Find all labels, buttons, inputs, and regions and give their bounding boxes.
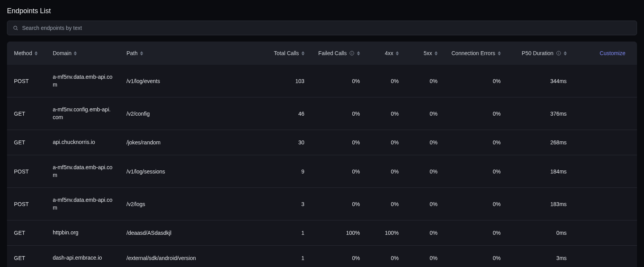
col-4xx[interactable]: 4xx bbox=[367, 42, 406, 65]
cell-4xx: 0% bbox=[367, 65, 406, 97]
svg-marker-20 bbox=[498, 54, 501, 55]
svg-marker-15 bbox=[396, 51, 399, 53]
cell-empty bbox=[574, 220, 637, 246]
svg-marker-24 bbox=[564, 51, 567, 53]
cell-conn: 0% bbox=[445, 220, 508, 246]
svg-marker-16 bbox=[396, 54, 399, 55]
table-row[interactable]: POST a-mf5nv.data.emb-api.com /v2/logs 3… bbox=[7, 188, 637, 220]
cell-4xx: 0% bbox=[367, 245, 406, 267]
cell-5xx: 0% bbox=[406, 97, 445, 130]
col-connection-errors[interactable]: Connection Errors bbox=[445, 42, 508, 65]
cell-method: POST bbox=[7, 188, 46, 220]
cell-5xx: 0% bbox=[406, 65, 445, 97]
cell-path: /deaasd/ASdasdkjl bbox=[119, 220, 267, 246]
cell-method: GET bbox=[7, 130, 46, 155]
col-customize: Customize bbox=[574, 42, 637, 65]
cell-p50: 183ms bbox=[508, 188, 574, 220]
cell-failed: 0% bbox=[312, 155, 367, 187]
sort-icon[interactable] bbox=[435, 51, 438, 55]
col-p50-duration[interactable]: P50 Duration bbox=[508, 42, 574, 65]
sort-icon[interactable] bbox=[564, 51, 567, 55]
cell-4xx: 0% bbox=[367, 155, 406, 187]
table-row[interactable]: POST a-mf5nv.data.emb-api.com /v1/log/se… bbox=[7, 155, 637, 187]
page-title: Endpoints List bbox=[7, 7, 637, 15]
cell-empty bbox=[574, 155, 637, 187]
search-box[interactable] bbox=[7, 21, 637, 35]
col-4xx-label: 4xx bbox=[385, 50, 393, 56]
svg-marker-5 bbox=[74, 54, 77, 55]
col-total-calls[interactable]: Total Calls bbox=[267, 42, 312, 65]
sort-icon[interactable] bbox=[140, 51, 143, 55]
svg-marker-2 bbox=[35, 51, 38, 53]
svg-marker-17 bbox=[435, 51, 438, 53]
table-row[interactable]: GET api.chucknorris.io /jokes/random 30 … bbox=[7, 130, 637, 155]
cell-path: /v2/config bbox=[119, 97, 267, 130]
sort-icon[interactable] bbox=[35, 51, 38, 55]
cell-conn: 0% bbox=[445, 155, 508, 187]
col-path[interactable]: Path bbox=[119, 42, 267, 65]
cell-total: 1 bbox=[267, 245, 312, 267]
sort-icon[interactable] bbox=[301, 51, 305, 55]
info-icon[interactable] bbox=[349, 50, 355, 56]
table-row[interactable]: GET dash-api.embrace.io /external/sdk/an… bbox=[7, 245, 637, 267]
cell-p50: 344ms bbox=[508, 65, 574, 97]
cell-domain: httpbin.org bbox=[46, 220, 119, 246]
svg-marker-13 bbox=[357, 51, 360, 53]
cell-total: 30 bbox=[267, 130, 312, 155]
cell-failed: 0% bbox=[312, 188, 367, 220]
col-total-calls-label: Total Calls bbox=[274, 50, 299, 56]
cell-path: /external/sdk/android/version bbox=[119, 245, 267, 267]
sort-icon[interactable] bbox=[357, 51, 360, 55]
cell-4xx: 0% bbox=[367, 130, 406, 155]
cell-domain: a-mf5nv.data.emb-api.com bbox=[46, 188, 119, 220]
info-icon[interactable] bbox=[556, 50, 561, 56]
cell-conn: 0% bbox=[445, 97, 508, 130]
customize-button[interactable]: Customize bbox=[600, 50, 625, 56]
cell-domain: api.chucknorris.io bbox=[46, 130, 119, 155]
cell-conn: 0% bbox=[445, 188, 508, 220]
cell-p50: 376ms bbox=[508, 97, 574, 130]
cell-failed: 0% bbox=[312, 130, 367, 155]
svg-line-1 bbox=[17, 29, 18, 30]
cell-total: 1 bbox=[267, 220, 312, 246]
svg-marker-6 bbox=[140, 51, 143, 53]
cell-p50: 268ms bbox=[508, 130, 574, 155]
svg-marker-9 bbox=[301, 54, 305, 55]
cell-total: 46 bbox=[267, 97, 312, 130]
cell-4xx: 100% bbox=[367, 220, 406, 246]
cell-conn: 0% bbox=[445, 65, 508, 97]
svg-marker-19 bbox=[498, 51, 501, 53]
search-input[interactable] bbox=[22, 25, 631, 31]
col-5xx[interactable]: 5xx bbox=[406, 42, 445, 65]
sort-icon[interactable] bbox=[396, 51, 399, 55]
col-path-label: Path bbox=[126, 50, 138, 56]
cell-method: GET bbox=[7, 220, 46, 246]
table-row[interactable]: GET a-mf5nv.config.emb-api.com /v2/confi… bbox=[7, 97, 637, 130]
cell-path: /v2/logs bbox=[119, 188, 267, 220]
cell-total: 3 bbox=[267, 188, 312, 220]
cell-method: POST bbox=[7, 155, 46, 187]
cell-p50: 184ms bbox=[508, 155, 574, 187]
cell-failed: 0% bbox=[312, 65, 367, 97]
search-icon bbox=[13, 25, 18, 31]
cell-domain: a-mf5nv.data.emb-api.com bbox=[46, 155, 119, 187]
col-method[interactable]: Method bbox=[7, 42, 46, 65]
sort-icon[interactable] bbox=[74, 51, 77, 55]
svg-marker-18 bbox=[435, 54, 438, 55]
cell-empty bbox=[574, 97, 637, 130]
svg-point-12 bbox=[351, 52, 352, 52]
svg-marker-8 bbox=[301, 51, 305, 53]
col-domain[interactable]: Domain bbox=[46, 42, 119, 65]
cell-5xx: 0% bbox=[406, 155, 445, 187]
col-failed-calls[interactable]: Failed Calls bbox=[312, 42, 367, 65]
cell-path: /v1/log/events bbox=[119, 65, 267, 97]
svg-marker-14 bbox=[357, 54, 360, 55]
cell-method: POST bbox=[7, 65, 46, 97]
cell-empty bbox=[574, 65, 637, 97]
cell-total: 103 bbox=[267, 65, 312, 97]
svg-marker-25 bbox=[564, 54, 567, 55]
table-row[interactable]: GET httpbin.org /deaasd/ASdasdkjl 1 100%… bbox=[7, 220, 637, 246]
table-row[interactable]: POST a-mf5nv.data.emb-api.com /v1/log/ev… bbox=[7, 65, 637, 97]
cell-5xx: 0% bbox=[406, 130, 445, 155]
sort-icon[interactable] bbox=[498, 51, 501, 55]
